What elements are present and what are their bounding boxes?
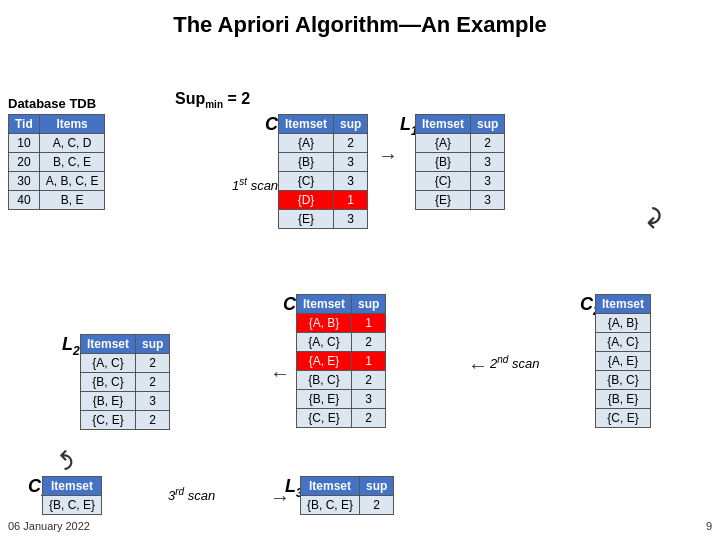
curved-arrow-l1-c2: ↷ xyxy=(635,206,668,229)
scan1-label: 1st scan xyxy=(232,176,278,193)
l2-table: Itemset sup {A, C}2{B, C}2{B, E}3{C, E}2 xyxy=(80,334,170,430)
table-row: {A, E}1 xyxy=(297,352,386,371)
scan3-label: 3rd scan xyxy=(168,486,215,503)
table-row: {B, C}2 xyxy=(297,371,386,390)
table-row: {B, E} xyxy=(596,390,651,409)
table-row: {B}3 xyxy=(416,153,505,172)
l3-col-itemset: Itemset xyxy=(301,477,360,496)
table-row: 30A, B, C, E xyxy=(9,172,105,191)
scan2-label: 2nd scan xyxy=(490,354,539,371)
table-row: {C, E}2 xyxy=(297,409,386,428)
tdb-col-items: Items xyxy=(39,115,105,134)
arrow-c2-l2: ← xyxy=(270,362,290,385)
table-row: {C}3 xyxy=(279,172,368,191)
table-row: {A, C}2 xyxy=(81,354,170,373)
c1-col-itemset: Itemset xyxy=(279,115,334,134)
table-row: {B, E}3 xyxy=(81,392,170,411)
table-row: {B, C, E}2 xyxy=(301,496,394,515)
c2-right-table: Itemset {A, B}{A, C}{A, E}{B, C}{B, E}{C… xyxy=(595,294,651,428)
table-row: {A, B}1 xyxy=(297,314,386,333)
c2-left-table: Itemset sup {A, B}1{A, C}2{A, E}1{B, C}2… xyxy=(296,294,386,428)
l2-col-itemset: Itemset xyxy=(81,335,136,354)
table-row: {B, C, E} xyxy=(43,496,102,515)
table-row: {B}3 xyxy=(279,153,368,172)
table-row: {B, C} xyxy=(596,371,651,390)
sup-min-formula: Supmin = 2 xyxy=(175,90,250,110)
table-row: {A, B} xyxy=(596,314,651,333)
c1-table: Itemset sup {A}2{B}3{C}3{D}1{E}3 xyxy=(278,114,368,229)
table-row: {A}2 xyxy=(416,134,505,153)
c2r-col-itemset: Itemset xyxy=(596,295,651,314)
l2-label: L2 xyxy=(62,334,80,358)
footer-date: 06 January 2022 xyxy=(8,520,90,532)
table-row: {B, C}2 xyxy=(81,373,170,392)
c2l-col-sup: sup xyxy=(352,295,386,314)
l3-table: Itemset sup {B, C, E}2 xyxy=(300,476,394,515)
table-row: {A}2 xyxy=(279,134,368,153)
c3-table: Itemset {B, C, E} xyxy=(42,476,102,515)
db-label: Database TDB xyxy=(8,96,96,111)
c1-col-sup: sup xyxy=(334,115,368,134)
table-row: {A, C} xyxy=(596,333,651,352)
table-row: {E}3 xyxy=(279,210,368,229)
table-row: 20B, C, E xyxy=(9,153,105,172)
table-row: {B, E}3 xyxy=(297,390,386,409)
c2l-col-itemset: Itemset xyxy=(297,295,352,314)
tdb-col-tid: Tid xyxy=(9,115,40,134)
arrow-scan2: ← xyxy=(468,354,488,377)
table-row: {A, C}2 xyxy=(297,333,386,352)
table-row: {A, E} xyxy=(596,352,651,371)
page-title: The Apriori Algorithm—An Example xyxy=(0,0,720,46)
l1-col-sup: sup xyxy=(471,115,505,134)
footer-page: 9 xyxy=(706,520,712,532)
table-row: {C, E}2 xyxy=(81,411,170,430)
l1-col-itemset: Itemset xyxy=(416,115,471,134)
l2-col-sup: sup xyxy=(136,335,170,354)
l1-table: Itemset sup {A}2{B}3{C}3{E}3 xyxy=(415,114,505,210)
table-row: 40B, E xyxy=(9,191,105,210)
l3-col-sup: sup xyxy=(360,477,394,496)
arrow-c1-l1: → xyxy=(378,144,398,167)
table-row: {C, E} xyxy=(596,409,651,428)
c3-col-itemset: Itemset xyxy=(43,477,102,496)
table-row: {D}1 xyxy=(279,191,368,210)
curved-arrow-l2-c3: ↷ xyxy=(48,449,79,471)
table-row: {E}3 xyxy=(416,191,505,210)
tdb-table: Tid Items 10A, C, D20B, C, E30A, B, C, E… xyxy=(8,114,105,210)
table-row: {C}3 xyxy=(416,172,505,191)
table-row: 10A, C, D xyxy=(9,134,105,153)
